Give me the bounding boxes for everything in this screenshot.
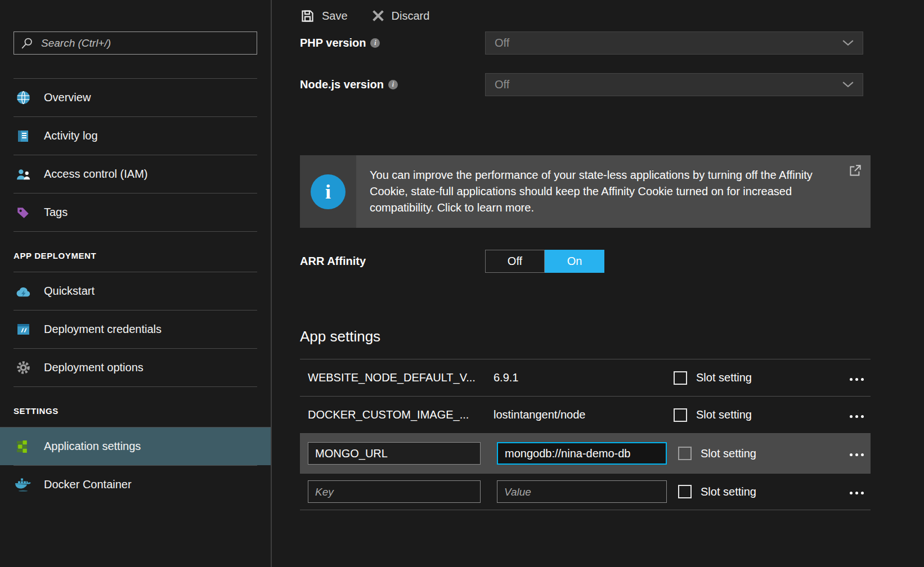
sidebar-item-label: Deployment credentials: [44, 323, 162, 336]
save-button[interactable]: Save: [300, 8, 348, 24]
banner-icon-panel: [300, 155, 356, 228]
arr-affinity-label: ARR Affinity: [300, 255, 366, 268]
app-settings-table: WEBSITE_NODE_DEFAULT_V... 6.9.1 Slot set…: [300, 359, 871, 510]
sidebar-nav: Overview Activity log Access control (IA…: [0, 78, 271, 503]
node-version-label: Node.js version: [300, 78, 384, 91]
table-row-editing: Slot setting: [300, 433, 871, 473]
sidebar-item-access-control[interactable]: Access control (IAM): [14, 155, 257, 193]
php-version-value: Off: [495, 37, 509, 50]
php-version-label: PHP version: [300, 37, 366, 50]
external-link-icon[interactable]: [849, 164, 862, 179]
sidebar-main-group: Overview Activity log Access control (IA…: [0, 78, 271, 232]
search-icon: [21, 37, 33, 50]
info-icon[interactable]: [388, 80, 398, 89]
sidebar-item-label: Application settings: [44, 440, 141, 453]
setting-value: lostintangent/node: [494, 408, 674, 421]
section-header-app-deployment: APP DEPLOYMENT: [0, 232, 271, 272]
table-row: DOCKER_CUSTOM_IMAGE_... lostintangent/no…: [300, 396, 871, 433]
main-content: Save Discard PHP version Off Node.js ver…: [272, 0, 924, 567]
table-row: WEBSITE_NODE_DEFAULT_V... 6.9.1 Slot set…: [300, 359, 871, 396]
row-context-menu-button[interactable]: [847, 487, 871, 497]
slot-setting-checkbox[interactable]: [674, 408, 687, 422]
php-version-select[interactable]: Off: [485, 32, 863, 55]
sidebar-item-activity-log[interactable]: Activity log: [14, 116, 257, 155]
node-version-value: Off: [495, 78, 509, 91]
ellipsis-icon: [847, 373, 864, 383]
sidebar: Overview Activity log Access control (IA…: [0, 0, 272, 567]
ellipsis-icon: [847, 410, 864, 420]
cloud-icon: [14, 285, 33, 298]
discard-button[interactable]: Discard: [371, 9, 430, 22]
row-context-menu-button[interactable]: [847, 448, 871, 458]
setting-key: WEBSITE_NODE_DEFAULT_V...: [308, 371, 494, 384]
sliders-icon: [14, 439, 33, 453]
arr-affinity-off-button[interactable]: Off: [485, 250, 545, 273]
table-row-new: Slot setting: [300, 473, 871, 510]
slot-setting-label: Slot setting: [696, 408, 752, 421]
setting-value-input[interactable]: [497, 442, 667, 465]
log-book-icon: [14, 129, 33, 143]
chevron-down-icon: [842, 40, 854, 46]
sidebar-item-label: Activity log: [44, 129, 98, 142]
sidebar-settings-group: Application settings Docker Container: [0, 427, 271, 503]
section-header-settings: SETTINGS: [0, 387, 271, 427]
save-icon: [300, 8, 315, 24]
globe-icon: [14, 90, 33, 105]
slot-setting-label: Slot setting: [696, 371, 752, 384]
info-icon[interactable]: [370, 38, 380, 48]
sidebar-item-label: Tags: [44, 206, 68, 219]
sidebar-item-quickstart[interactable]: Quickstart: [14, 272, 257, 310]
setting-value: 6.9.1: [494, 371, 674, 384]
arr-affinity-info-banner[interactable]: You can improve the performance of your …: [300, 155, 871, 228]
setting-key: DOCKER_CUSTOM_IMAGE_...: [308, 408, 494, 421]
arr-affinity-on-button[interactable]: On: [545, 250, 604, 273]
slot-setting-label: Slot setting: [701, 447, 756, 460]
ellipsis-icon: [847, 487, 864, 497]
node-version-row: Node.js version Off: [300, 73, 871, 96]
arr-affinity-row: ARR Affinity Off On: [300, 250, 871, 273]
slot-setting-checkbox[interactable]: [674, 371, 687, 385]
info-circle-icon: [311, 174, 346, 209]
docker-whale-icon: [14, 477, 33, 492]
app-settings-title: App settings: [300, 328, 871, 345]
sidebar-item-label: Docker Container: [44, 478, 132, 491]
slot-setting-checkbox[interactable]: [678, 485, 692, 498]
new-key-input[interactable]: [308, 480, 481, 503]
node-version-select[interactable]: Off: [485, 73, 863, 96]
discard-label: Discard: [392, 10, 430, 22]
sidebar-item-tags[interactable]: Tags: [14, 193, 257, 231]
people-icon: [14, 168, 33, 181]
sidebar-item-overview[interactable]: Overview: [14, 78, 257, 116]
sidebar-item-label: Quickstart: [44, 285, 95, 298]
save-label: Save: [322, 10, 348, 22]
new-value-input[interactable]: [497, 480, 667, 503]
slot-setting-label: Slot setting: [701, 485, 756, 498]
sidebar-item-label: Overview: [44, 91, 91, 104]
arr-affinity-toggle: Off On: [485, 250, 604, 273]
tag-icon: [14, 205, 33, 220]
console-icon: [14, 322, 33, 336]
gear-icon: [14, 360, 33, 375]
discard-x-icon: [371, 9, 385, 22]
setting-key-input[interactable]: [308, 442, 481, 465]
sidebar-app-deployment-group: Quickstart Deployment credentials Deploy…: [0, 272, 271, 387]
sidebar-item-deployment-options[interactable]: Deployment options: [14, 348, 257, 386]
row-context-menu-button[interactable]: [847, 373, 871, 383]
search-input[interactable]: [41, 37, 250, 50]
sidebar-item-docker-container[interactable]: Docker Container: [14, 465, 257, 503]
sidebar-item-deployment-credentials[interactable]: Deployment credentials: [14, 310, 257, 348]
php-version-row: PHP version Off: [300, 32, 871, 55]
ellipsis-icon: [847, 448, 864, 458]
sidebar-item-application-settings[interactable]: Application settings: [0, 427, 271, 465]
chevron-down-icon: [842, 82, 854, 88]
banner-text: You can improve the performance of your …: [370, 167, 835, 216]
sidebar-item-label: Deployment options: [44, 361, 143, 374]
sidebar-search: [14, 32, 257, 55]
row-context-menu-button[interactable]: [847, 410, 871, 420]
slot-setting-checkbox[interactable]: [678, 447, 692, 460]
sidebar-item-label: Access control (IAM): [44, 168, 147, 181]
command-bar: Save Discard: [300, 0, 871, 32]
